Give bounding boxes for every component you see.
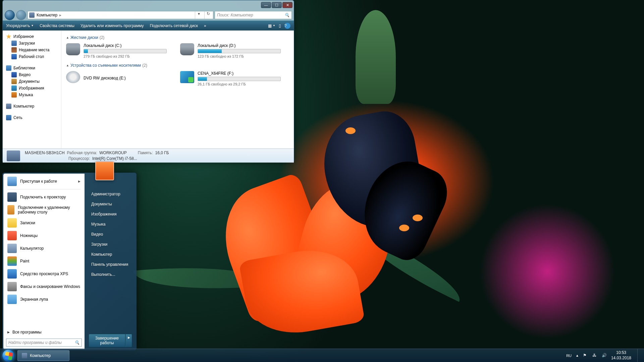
maximize-button[interactable]: ☐	[272, 2, 282, 8]
sidebar-item-music[interactable]: Музыка	[4, 92, 60, 98]
search-icon: 🔍	[284, 13, 289, 17]
preview-pane-button[interactable]: ▯	[279, 23, 281, 28]
start-right-administrator[interactable]: Администратор	[89, 190, 132, 198]
uninstall-program-button[interactable]: Удалить или изменить программу	[80, 23, 144, 28]
shutdown-options-button[interactable]: ▶	[125, 334, 132, 347]
navigation-pane: Избранное Загрузки Недавние места Рабочи…	[3, 31, 61, 148]
taskbar-task-computer[interactable]: Компьютер	[17, 350, 69, 361]
minimize-button[interactable]: —	[261, 2, 271, 8]
group-hard-drives[interactable]: ▲Жесткие диски (2)	[66, 35, 289, 40]
action-center-icon[interactable]: ⚑	[583, 353, 588, 358]
hdd-icon	[180, 43, 194, 55]
sidebar-item-documents[interactable]: Документы	[4, 78, 60, 85]
snipping-tool-icon	[7, 231, 17, 240]
sidebar-item-downloads[interactable]: Загрузки	[4, 40, 60, 47]
calculator-icon	[7, 244, 17, 253]
start-item-magnifier[interactable]: Экранная лупа	[5, 293, 83, 306]
sidebar-libraries[interactable]: Библиотеки	[4, 65, 60, 71]
start-item-rdp[interactable]: Подключение к удаленному рабочему столу	[5, 203, 83, 217]
start-item-calculator[interactable]: Калькулятор	[5, 242, 83, 255]
close-button[interactable]: ✕	[282, 2, 292, 8]
capacity-bar	[198, 49, 281, 53]
shutdown-button[interactable]: Завершение работы	[89, 334, 125, 347]
address-bar[interactable]: Компьютер ▸ ▾ ↻	[28, 11, 213, 19]
address-dropdown-button[interactable]: ▾	[195, 11, 202, 19]
sidebar-item-desktop[interactable]: Рабочий стол	[4, 53, 60, 60]
tray-chevron-up-icon[interactable]: ▲	[576, 354, 579, 357]
more-commands-button[interactable]: »	[204, 23, 206, 28]
drive-d[interactable]: Локальный диск (D:) 123 ГБ свободно из 1…	[180, 43, 281, 58]
star-icon	[6, 34, 11, 39]
organize-button[interactable]: Упорядочить ▼	[6, 23, 34, 28]
explorer-window: — ☐ ✕ Компьютер ▸ ▾ ↻ Поиск: Компьютер 🔍…	[2, 0, 294, 163]
dvd-icon	[66, 71, 80, 83]
sidebar-item-recent[interactable]: Недавние места	[4, 47, 60, 53]
recent-icon	[11, 47, 17, 53]
titlebar[interactable]: — ☐ ✕	[3, 0, 294, 10]
sidebar-item-video[interactable]: Видео	[4, 71, 60, 78]
drive-f[interactable]: CENA_X64FRE (F:) 26,1 ГБ свободно из 29,…	[180, 71, 281, 86]
collapse-icon: ▲	[66, 36, 69, 39]
network-icon[interactable]: 🖧	[592, 353, 598, 358]
sidebar-network[interactable]: Сеть	[4, 114, 60, 121]
command-bar: Упорядочить ▼ Свойства системы Удалить и…	[3, 20, 294, 31]
projector-icon	[7, 192, 17, 202]
refresh-button[interactable]: ↻	[204, 11, 212, 19]
system-tray: RU ▲ ⚑ 🖧 🔊 10:53 14.03.2018	[566, 349, 642, 362]
drive-e[interactable]: DVD RW дисковод (E:)	[66, 71, 167, 86]
start-item-paint[interactable]: Paint	[5, 255, 83, 267]
search-placeholder: Поиск: Компьютер	[217, 13, 253, 17]
xps-icon	[7, 269, 17, 279]
start-item-fax-scan[interactable]: Факсы и сканирование Windows	[5, 280, 83, 293]
start-right-images[interactable]: Изображения	[89, 210, 132, 219]
nav-forward-button[interactable]	[16, 10, 26, 20]
user-avatar[interactable]	[95, 162, 114, 180]
volume-icon[interactable]: 🔊	[602, 353, 607, 358]
sticky-notes-icon	[7, 218, 17, 228]
start-item-getting-started[interactable]: Приступая к работе▶	[5, 175, 83, 188]
computer-icon	[6, 104, 11, 109]
help-button[interactable]: ?	[284, 23, 290, 29]
removable-drive-icon	[180, 71, 194, 83]
group-removable[interactable]: ▲Устройства со съемными носителями (2)	[66, 63, 289, 68]
start-item-projector[interactable]: Подключить к проектору	[5, 191, 83, 203]
downloads-icon	[11, 41, 17, 46]
start-right-video[interactable]: Видео	[89, 230, 132, 239]
start-right-music[interactable]: Музыка	[89, 220, 132, 229]
start-item-sticky-notes[interactable]: Записки	[5, 217, 83, 229]
computer-name: MASHEEN-SB3H1CH	[25, 150, 65, 155]
map-network-drive-button[interactable]: Подключить сетевой диск	[150, 23, 198, 28]
start-right-downloads[interactable]: Загрузки	[89, 240, 132, 249]
details-pane: MASHEEN-SB3H1CH Рабочая группа: WORKGROU…	[3, 148, 294, 163]
start-item-snipping-tool[interactable]: Ножницы	[5, 229, 83, 242]
clock[interactable]: 10:53 14.03.2018	[611, 350, 631, 361]
start-right-computer[interactable]: Компьютер	[89, 250, 132, 259]
show-desktop-button[interactable]	[637, 349, 641, 362]
chevron-right-icon: ▶	[7, 330, 10, 334]
workgroup-value: WORKGROUP	[99, 150, 126, 155]
start-search-input[interactable]: Найти программы и файлы🔍	[6, 339, 82, 347]
start-button[interactable]	[2, 349, 15, 362]
capacity-bar	[198, 77, 281, 81]
magnifier-icon	[7, 295, 17, 304]
sidebar-favorites[interactable]: Избранное	[4, 33, 60, 40]
hdd-icon	[66, 43, 80, 55]
start-right-documents[interactable]: Документы	[89, 200, 132, 208]
language-indicator[interactable]: RU	[566, 354, 572, 358]
sidebar-computer[interactable]: Компьютер	[4, 103, 60, 110]
start-right-control-panel[interactable]: Панель управления	[89, 260, 132, 269]
all-programs-button[interactable]: ▶Все программы	[3, 327, 85, 337]
start-item-xps-viewer[interactable]: Средство просмотра XPS	[5, 267, 83, 280]
system-properties-button[interactable]: Свойства системы	[40, 23, 74, 28]
computer-icon	[29, 12, 35, 18]
drive-c[interactable]: Локальный диск (C:) 279 ГБ свободно из 2…	[66, 43, 167, 58]
nav-back-button[interactable]	[5, 10, 15, 20]
search-input[interactable]: Поиск: Компьютер 🔍	[215, 11, 292, 19]
libraries-icon	[6, 65, 11, 71]
start-right-run[interactable]: Выполнить...	[89, 270, 132, 279]
address-text: Компьютер	[37, 13, 57, 17]
view-button[interactable]: ▦ ▼	[268, 23, 275, 28]
sidebar-item-images[interactable]: Изображения	[4, 85, 60, 92]
desktop-icon	[11, 54, 17, 59]
search-icon: 🔍	[74, 340, 79, 345]
